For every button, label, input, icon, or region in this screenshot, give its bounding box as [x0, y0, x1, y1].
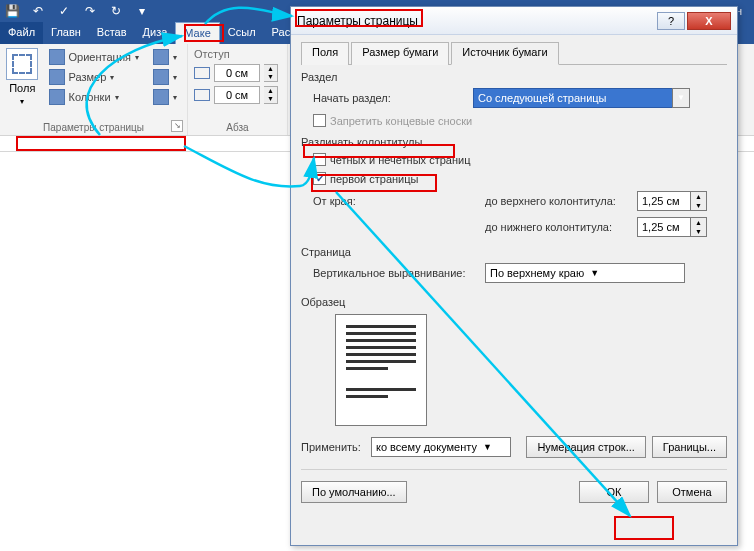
- header-distance-input[interactable]: 1,25 см: [637, 191, 691, 211]
- page-setup-launcher[interactable]: ↘: [171, 120, 183, 132]
- tab-layout[interactable]: Маке: [175, 22, 219, 44]
- valign-select[interactable]: По верхнему краю▼: [485, 263, 685, 283]
- paragraph-group-label: Абза: [188, 122, 287, 133]
- preview-label: Образец: [301, 296, 727, 308]
- from-edge-label: От края:: [313, 195, 485, 207]
- preview-thumbnail: [335, 314, 427, 426]
- breaks-icon: [153, 49, 169, 65]
- linenumbers-icon: [153, 69, 169, 85]
- footer-distance-spin[interactable]: ▲▼: [691, 217, 707, 237]
- indent-right-input[interactable]: 0 см: [214, 86, 260, 104]
- apply-to-select[interactable]: ко всему документу▼: [371, 437, 511, 457]
- odd-even-label: четных и нечетных страниц: [330, 154, 470, 166]
- suppress-endnotes-checkbox[interactable]: [313, 114, 326, 127]
- indent-left-icon: [194, 67, 210, 79]
- columns-icon: [49, 89, 65, 105]
- page-setup-group-label: Параметры страницы: [0, 122, 187, 133]
- orientation-icon: [49, 49, 65, 65]
- columns-button[interactable]: Колонки ▾: [45, 88, 143, 106]
- footer-distance-input[interactable]: 1,25 см: [637, 217, 691, 237]
- first-page-label: первой страницы: [330, 173, 418, 185]
- indent-left-spin[interactable]: ▲▼: [264, 64, 278, 82]
- suppress-endnotes-label: Запретить концевые сноски: [330, 115, 472, 127]
- size-button[interactable]: Размер ▾: [45, 68, 143, 86]
- page-section-label: Страница: [301, 246, 727, 258]
- tab-references[interactable]: Ссыл: [220, 22, 264, 44]
- margins-icon: [6, 48, 38, 80]
- header-distance-spin[interactable]: ▲▼: [691, 191, 707, 211]
- hyphenation-button[interactable]: ▾: [149, 88, 181, 106]
- breaks-button[interactable]: ▾: [149, 48, 181, 66]
- indent-left-row: 0 см ▲▼: [194, 64, 281, 82]
- apply-to-label: Применить:: [301, 441, 371, 453]
- redo-icon[interactable]: ↷: [82, 3, 98, 19]
- tab-home[interactable]: Главн: [43, 22, 89, 44]
- indent-right-spin[interactable]: ▲▼: [264, 86, 278, 104]
- headers-footers-label: Различать колонтитулы: [301, 136, 727, 148]
- indent-label: Отступ: [194, 48, 281, 60]
- dialog-titlebar: Параметры страницы ? X: [291, 7, 737, 35]
- undo-icon[interactable]: ↶: [30, 3, 46, 19]
- dropdown-arrow-icon[interactable]: ▼: [672, 88, 690, 108]
- dialog-close-button[interactable]: X: [687, 12, 731, 30]
- tab-insert[interactable]: Встав: [89, 22, 135, 44]
- group-page-setup: Поля ▾ Ориентация ▾ Размер ▾ Колонки ▾ ▾…: [0, 44, 188, 135]
- first-page-checkbox[interactable]: ✔: [313, 172, 326, 185]
- orientation-button[interactable]: Ориентация ▾: [45, 48, 143, 66]
- indent-right-icon: [194, 89, 210, 101]
- save-icon[interactable]: 💾: [4, 3, 20, 19]
- dropdown-icon[interactable]: ▾: [134, 3, 150, 19]
- dialog-tab-papersource[interactable]: Источник бумаги: [451, 42, 558, 65]
- indent-left-input[interactable]: 0 см: [214, 64, 260, 82]
- borders-button[interactable]: Границы...: [652, 436, 727, 458]
- size-icon: [49, 69, 65, 85]
- margins-button[interactable]: Поля ▾: [6, 48, 39, 106]
- line-numbers-button[interactable]: Нумерация строк...: [526, 436, 645, 458]
- indent-right-row: 0 см ▲▼: [194, 86, 281, 104]
- header-distance-label: до верхнего колонтитула:: [485, 195, 637, 207]
- dialog-tab-fields[interactable]: Поля: [301, 42, 349, 65]
- hyphenation-icon: [153, 89, 169, 105]
- repeat-icon[interactable]: ↻: [108, 3, 124, 19]
- tab-file[interactable]: Файл: [0, 22, 43, 44]
- group-indent: Отступ 0 см ▲▼ 0 см ▲▼ Абза: [188, 44, 288, 135]
- footer-distance-label: до нижнего колонтитула:: [485, 221, 637, 233]
- dialog-help-button[interactable]: ?: [657, 12, 685, 30]
- linenumbers-button[interactable]: ▾: [149, 68, 181, 86]
- page-setup-dialog: Параметры страницы ? X Поля Размер бумаг…: [290, 6, 738, 546]
- ok-button[interactable]: ОК: [579, 481, 649, 503]
- dialog-tab-papersize[interactable]: Размер бумаги: [351, 42, 449, 65]
- spellcheck-icon[interactable]: ✓: [56, 3, 72, 19]
- odd-even-checkbox[interactable]: [313, 153, 326, 166]
- dialog-title: Параметры страницы: [297, 14, 418, 28]
- section-start-select[interactable]: Со следующей страницы ▼: [473, 88, 673, 108]
- tab-design[interactable]: Диза: [135, 22, 176, 44]
- default-button[interactable]: По умолчанию...: [301, 481, 407, 503]
- section-label: Раздел: [301, 71, 727, 83]
- valign-label: Вертикальное выравнивание:: [313, 267, 485, 279]
- dialog-tabs: Поля Размер бумаги Источник бумаги: [301, 41, 727, 65]
- margins-label: Поля: [9, 82, 35, 94]
- section-start-label: Начать раздел:: [313, 92, 473, 104]
- cancel-button[interactable]: Отмена: [657, 481, 727, 503]
